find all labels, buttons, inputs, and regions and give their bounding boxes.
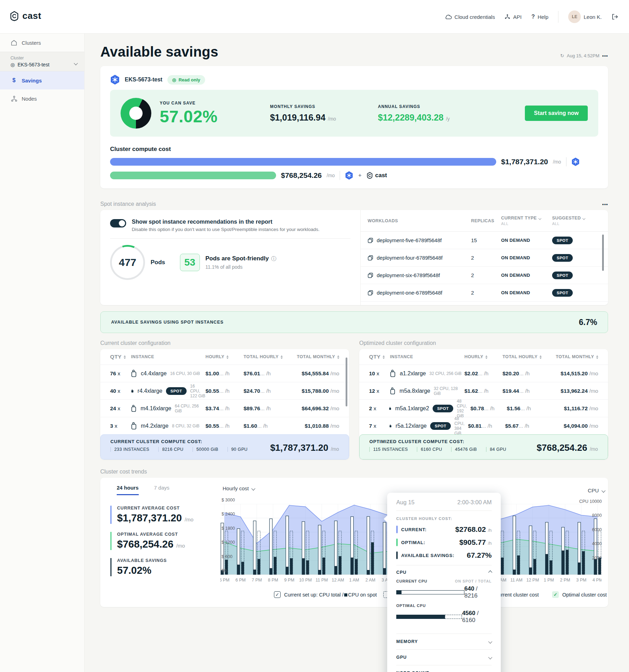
copy-icon	[368, 255, 373, 261]
chevron-up-icon[interactable]	[488, 570, 492, 574]
user-menu[interactable]: LE Leon K.	[568, 10, 602, 23]
cloud-credentials-link[interactable]: Cloud credentials	[445, 14, 495, 20]
col-total-hourly[interactable]: TOTAL HOURLY	[244, 354, 283, 359]
sidebar-item-nodes[interactable]: Nodes	[0, 89, 84, 108]
instance-specs: 32 CPU, 128 GiB	[434, 386, 464, 396]
config-hourly: $0.55... /h	[205, 388, 244, 394]
logout-button[interactable]	[612, 14, 619, 20]
top-navbar: cast Cloud credentials API ? Help LE Leo…	[0, 0, 629, 34]
config-total-hourly: $76.01... /h	[244, 370, 283, 377]
workload-current-type: ON DEMAND	[501, 255, 552, 260]
legend-current-setup[interactable]: ✓ Current set up: CPU total /CPU on spot	[274, 591, 377, 598]
config-row[interactable]: 7 x r5a.12xlargeSPOT48 CPU, 384 GiB $0.8…	[359, 417, 608, 434]
info-icon[interactable]: ⓘ	[271, 255, 276, 262]
on-demand-instance-icon	[390, 387, 396, 395]
col-qty[interactable]: QTY	[110, 354, 131, 360]
instance-name: a1.2xlarge	[400, 370, 426, 377]
spot-savings-band-value: 6.7%	[579, 318, 597, 327]
on-demand-instance-icon	[390, 370, 396, 377]
config-row[interactable]: 40 x r4.4xlargeSPOT16 CPU, 122 GiB $0.55…	[100, 382, 349, 399]
cast-brand-small: cast	[366, 172, 387, 179]
config-scrollbar[interactable]	[346, 357, 347, 406]
spot-instance-icon	[389, 405, 392, 412]
config-qty: 3 x	[110, 423, 131, 429]
trend-stat: AVAILABLE SAVINGS 57.02%	[110, 558, 194, 576]
config-total-hourly: $1.56... /h	[507, 405, 545, 412]
col-total-hourly[interactable]: TOTAL HOURLY	[503, 354, 542, 359]
workloads-scrollbar[interactable]	[602, 234, 604, 271]
config-row[interactable]: 12 x m5a.8xlarge32 CPU, 128 GiB $1.62...…	[359, 382, 608, 399]
tooltip-section-memory[interactable]: MEMORY	[396, 634, 492, 649]
optimized-cost-unit: /mo	[327, 173, 335, 178]
tab-7-days[interactable]: 7 days	[154, 485, 169, 495]
refresh-icon[interactable]: ↻	[560, 53, 564, 58]
plus-label: +	[358, 172, 361, 179]
kubernetes-icon	[345, 171, 353, 180]
config-table-header: QTY INSTANCE HOURLY TOTAL HOURLY TOTAL M…	[359, 349, 608, 364]
workload-row[interactable]: deployment-six-6789f5648f 2 ON DEMAND SP…	[361, 267, 608, 284]
col-current-type-filter[interactable]: CURRENT TYPE ALL	[501, 216, 552, 226]
col-total-monthly[interactable]: TOTAL MONTHLY	[542, 354, 598, 359]
cluster-selector[interactable]: Cluster ◎ EKS-5673-test	[0, 52, 84, 71]
legend-optimal-cluster-cost[interactable]: ✓ Optimal cluster cost	[552, 591, 607, 598]
col-replicas: REPLICAS	[471, 218, 501, 223]
svg-text:5 PM: 5 PM	[220, 578, 230, 583]
cast-brand-label: cast	[375, 172, 387, 179]
config-qty: 76 x	[110, 370, 131, 377]
workload-row[interactable]: deployment-four-6789f5648f 2 ON DEMAND S…	[361, 302, 608, 305]
instance-name: m4.16xlarge	[140, 405, 171, 412]
read-only-badge: ◎ Read only	[167, 75, 205, 85]
tab-24-hours[interactable]: 24 hours	[117, 485, 139, 495]
start-saving-button[interactable]: Start saving now	[525, 106, 588, 121]
col-hourly[interactable]: HOURLY	[205, 354, 244, 359]
api-link[interactable]: API	[505, 14, 521, 20]
workload-row[interactable]: deployment-five-6789f5648f 15 ON DEMAND …	[361, 232, 608, 249]
compute-cost-title: Cluster compute cost	[110, 146, 598, 153]
config-table-body: 76 x c4.4xlarge16 CPU, 30 GiB $1.00... /…	[100, 364, 349, 434]
help-link[interactable]: ? Help	[532, 14, 549, 20]
y-axis-tick: $0	[222, 568, 226, 573]
svg-text:12 AM: 12 AM	[332, 578, 344, 583]
current-cost-value: $1,787,371.20	[501, 158, 548, 166]
api-label: API	[513, 14, 521, 20]
optimized-cost-bar-row: $768,254.26 /mo + cast	[110, 171, 598, 180]
config-row[interactable]: 10 x a1.2xlarge32 CPU, 256 GiB $2.02... …	[359, 364, 608, 382]
current-config-title: Current cluster configuration	[100, 340, 359, 346]
clusters-home-icon	[10, 40, 17, 46]
cast-logo[interactable]: cast	[9, 10, 41, 21]
config-hourly: $2.02... /h	[464, 370, 503, 377]
cpu-dropdown[interactable]: CPU	[588, 487, 605, 493]
spot-badge: SPOT	[430, 422, 451, 430]
pods-total: 477	[112, 247, 143, 278]
trends-section-title: Cluster cost trends	[100, 469, 608, 475]
tooltip-section-node-count[interactable]: NODE COUNT	[396, 665, 492, 672]
spot-section-more-icon[interactable]: •••	[602, 202, 608, 207]
spot-friendly-label: Pods are Spot-friendly	[205, 255, 269, 262]
config-table-body: 10 x a1.2xlarge32 CPU, 256 GiB $2.02... …	[359, 364, 608, 434]
unit: /mo	[590, 446, 598, 452]
workload-row[interactable]: deployment-one-6789f5648f 2 ON DEMAND SP…	[361, 284, 608, 302]
hourly-cost-dropdown[interactable]: Hourly cost	[223, 485, 255, 491]
config-total-monthly: $15,788.00 /mo	[283, 388, 339, 394]
brand-name: cast	[22, 10, 41, 21]
sidebar-item-clusters[interactable]: Clusters	[0, 34, 84, 52]
config-row[interactable]: 2 x m5a.1xlarge2SPOT48 CPU, 192 GiB $0.7…	[359, 399, 608, 417]
col-hourly[interactable]: HOURLY	[464, 354, 503, 359]
col-suggested-filter[interactable]: SUGGESTED ALL	[552, 216, 594, 226]
spot-recommendations-toggle[interactable]	[110, 219, 126, 227]
y-axis-tick: $ 1800	[222, 526, 235, 531]
optimized-config-total: $768,254.26	[537, 442, 587, 453]
sidebar-item-savings[interactable]: $ Savings	[0, 71, 84, 89]
suggested-spot-badge: SPOT	[552, 254, 573, 262]
tooltip-section-gpu[interactable]: GPU	[396, 649, 492, 665]
col-total-monthly[interactable]: TOTAL MONTHLY	[283, 354, 339, 359]
config-row[interactable]: 24 x m4.16xlarge64 CPU, 256 GiB $3.74...…	[100, 399, 349, 417]
config-row[interactable]: 76 x c4.4xlarge16 CPU, 30 GiB $1.00... /…	[100, 364, 349, 382]
config-row[interactable]: 3 x m4.2xlarge8 CPU, 32 GiB $0.55... /h …	[100, 417, 349, 434]
workload-row[interactable]: deployment-four-6789f5648f 2 ON DEMAND S…	[361, 249, 608, 267]
config-total-hourly: $20.20... /h	[503, 370, 542, 377]
col-qty[interactable]: QTY	[369, 354, 390, 360]
avatar: LE	[568, 10, 581, 23]
svg-text:1 AM: 1 AM	[349, 578, 359, 583]
page-more-icon[interactable]: •••	[602, 53, 608, 58]
